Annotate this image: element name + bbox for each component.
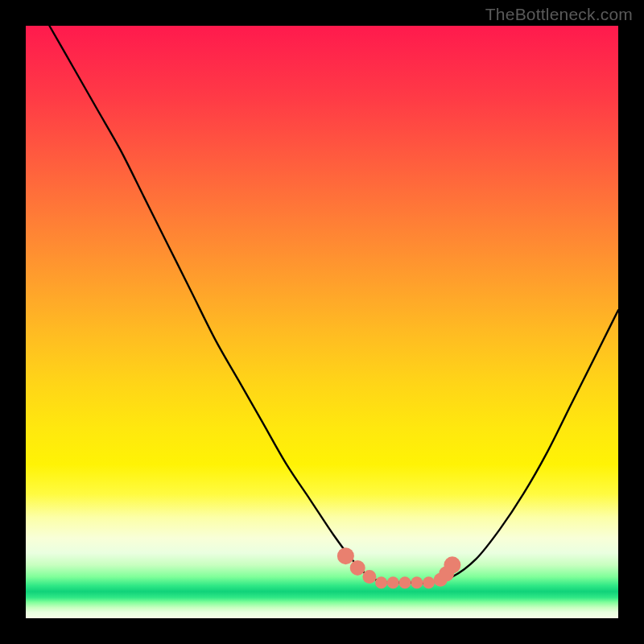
bottleneck-curve: [49, 26, 618, 583]
highlight-dots-group: [337, 547, 461, 588]
highlight-dot: [387, 576, 399, 588]
outer-frame: TheBottleneck.com: [0, 0, 644, 644]
highlight-dot: [399, 576, 411, 588]
chart-svg: [26, 26, 618, 618]
watermark-text: TheBottleneck.com: [485, 5, 633, 24]
highlight-dot: [423, 576, 435, 588]
highlight-dot: [350, 560, 365, 576]
plot-area: [26, 26, 618, 618]
highlight-dot: [337, 547, 354, 564]
highlight-dot: [411, 576, 423, 588]
highlight-dot: [375, 576, 387, 588]
highlight-dot: [444, 556, 460, 573]
highlight-dot: [362, 570, 376, 584]
